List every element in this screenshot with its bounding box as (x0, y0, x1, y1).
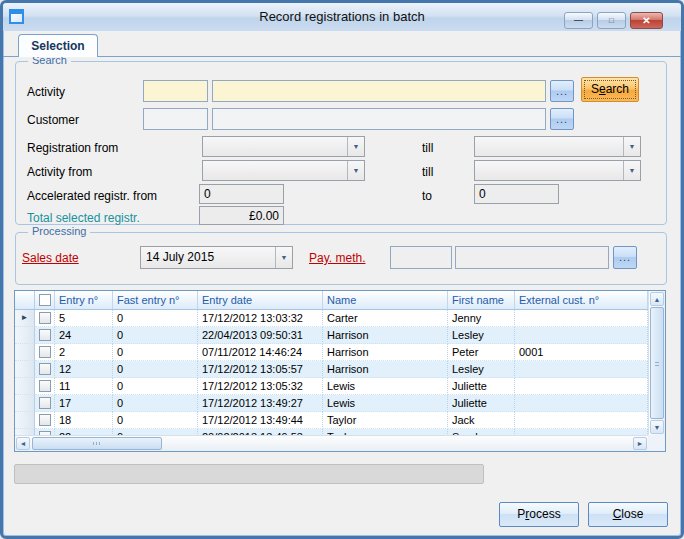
cell-first-name: Jack (448, 412, 515, 429)
table-row[interactable]: 12 0 17/12/2012 13:05:57 Harrison Lesley (15, 361, 648, 378)
tab-selection[interactable]: Selection (18, 34, 98, 57)
activity-till-dropdown[interactable]: ▼ (474, 160, 641, 181)
thumb-grip-icon (655, 360, 659, 366)
scroll-up-icon[interactable]: ▲ (650, 292, 664, 306)
processing-group-legend: Processing (28, 225, 90, 237)
total-selected-value: £0.00 (199, 206, 284, 225)
grid-header-name[interactable]: Name (323, 291, 448, 309)
cell-fast-entry-number: 0 (113, 412, 198, 429)
pay-method-link[interactable]: Pay. meth. (309, 251, 365, 265)
title-bar[interactable]: Record registrations in batch — □ ✕ (3, 3, 681, 31)
grid-header-first-name[interactable]: First name (448, 291, 515, 309)
row-checkbox[interactable] (39, 329, 51, 341)
pay-method-code-input[interactable] (390, 246, 452, 269)
activity-from-value (208, 161, 344, 180)
row-select-cell[interactable] (35, 378, 55, 395)
registrations-grid: Entry n° Fast entry n° Entry date Name F… (14, 290, 666, 452)
table-row[interactable]: 24 0 22/04/2013 09:50:31 Harrison Lesley (15, 327, 648, 344)
row-select-cell[interactable] (35, 361, 55, 378)
table-row[interactable]: 11 0 17/12/2012 13:05:32 Lewis Juliette (15, 378, 648, 395)
maximize-button[interactable]: □ (597, 12, 626, 29)
registration-till-value (480, 137, 620, 156)
grid-header-entry-date[interactable]: Entry date (198, 291, 323, 309)
vertical-scrollbar[interactable]: ▲ ▼ (648, 291, 665, 435)
chevron-down-icon[interactable]: ▼ (623, 161, 640, 180)
activity-from-dropdown[interactable]: ▼ (202, 160, 365, 181)
chevron-down-icon[interactable]: ▼ (275, 247, 292, 268)
sales-date-dropdown[interactable]: 14 July 2015▼ (140, 246, 293, 269)
close-window-button[interactable]: ✕ (630, 12, 663, 29)
row-checkbox[interactable] (39, 312, 51, 324)
row-select-cell[interactable] (35, 395, 55, 412)
scroll-left-icon[interactable]: ◄ (16, 437, 30, 450)
table-row[interactable]: 2 0 07/11/2012 14:46:24 Harrison Peter 0… (15, 344, 648, 361)
thumb-grip-icon (93, 442, 101, 445)
activity-browse-button[interactable]: ... (550, 80, 574, 102)
row-checkbox[interactable] (39, 346, 51, 358)
activity-code-input[interactable] (143, 80, 208, 102)
grid-header-fast-entry[interactable]: Fast entry n° (113, 291, 198, 309)
cell-entry-date: 22/04/2013 09:50:31 (198, 327, 323, 344)
cell-external-cust-number (515, 327, 648, 344)
select-all-checkbox[interactable] (39, 294, 51, 306)
sales-date-value: 14 July 2015 (146, 247, 272, 268)
row-checkbox[interactable] (39, 397, 51, 409)
row-checkbox[interactable] (39, 414, 51, 426)
cell-external-cust-number (515, 378, 648, 395)
cell-fast-entry-number: 0 (113, 327, 198, 344)
cell-entry-number: 24 (55, 327, 113, 344)
activity-till-label: till (422, 165, 433, 179)
accelerated-to-input[interactable]: 0 (474, 184, 559, 204)
row-checkbox[interactable] (39, 380, 51, 392)
cell-first-name: Juliette (448, 378, 515, 395)
accelerated-from-input[interactable]: 0 (199, 184, 284, 204)
minimize-button[interactable]: — (564, 12, 593, 29)
table-row[interactable]: 17 0 17/12/2012 13:49:27 Lewis Juliette (15, 395, 648, 412)
search-button[interactable]: Search (581, 77, 639, 102)
row-select-cell[interactable] (35, 412, 55, 429)
grid-header-external-cust[interactable]: External cust. n° (515, 291, 648, 309)
grid-header-select-all[interactable] (35, 291, 55, 309)
accelerated-from-label: Accelerated registr. from (27, 189, 157, 203)
chevron-down-icon[interactable]: ▼ (623, 137, 640, 156)
cell-name: Lewis (323, 395, 448, 412)
scroll-right-icon[interactable]: ► (633, 437, 647, 450)
activity-name-input[interactable] (212, 80, 546, 102)
chevron-down-icon[interactable]: ▼ (347, 137, 364, 156)
horizontal-scrollbar[interactable]: ◄ ► (15, 435, 648, 451)
row-checkbox[interactable] (39, 363, 51, 375)
pay-method-browse-button[interactable]: ... (613, 246, 637, 269)
cell-fast-entry-number: 0 (113, 361, 198, 378)
cell-fast-entry-number: 0 (113, 344, 198, 361)
process-button[interactable]: Process (499, 502, 579, 527)
row-pointer-icon (15, 378, 35, 395)
customer-name-input[interactable] (212, 108, 546, 130)
scroll-down-icon[interactable]: ▼ (650, 420, 664, 434)
customer-browse-button[interactable]: ... (550, 108, 574, 130)
cell-entry-number: 18 (55, 412, 113, 429)
search-button-accel: e (599, 82, 606, 96)
cell-entry-date: 07/11/2012 14:46:24 (198, 344, 323, 361)
horizontal-scrollbar-thumb[interactable] (32, 437, 162, 450)
cell-name: Carter (323, 310, 448, 327)
table-row[interactable]: ► 5 0 17/12/2012 13:03:32 Carter Jenny (15, 310, 648, 327)
row-select-cell[interactable] (35, 310, 55, 327)
pay-method-name-input[interactable] (455, 246, 609, 269)
close-button[interactable]: Close (588, 502, 668, 527)
cell-first-name: Juliette (448, 395, 515, 412)
cell-external-cust-number: 0001 (515, 344, 648, 361)
registration-from-dropdown[interactable]: ▼ (202, 136, 365, 157)
grid-header-row: Entry n° Fast entry n° Entry date Name F… (15, 291, 648, 310)
cell-first-name: Peter (448, 344, 515, 361)
chevron-down-icon[interactable]: ▼ (347, 161, 364, 180)
grid-header-entry[interactable]: Entry n° (55, 291, 113, 309)
grid-rows: ► 5 0 17/12/2012 13:03:32 Carter Jenny 2… (15, 310, 648, 435)
customer-code-input[interactable] (143, 108, 208, 130)
row-select-cell[interactable] (35, 344, 55, 361)
vertical-scrollbar-thumb[interactable] (650, 307, 664, 419)
sales-date-link[interactable]: Sales date (22, 251, 79, 265)
progress-bar (14, 464, 484, 484)
registration-till-dropdown[interactable]: ▼ (474, 136, 641, 157)
table-row[interactable]: 18 0 17/12/2012 13:49:44 Taylor Jack (15, 412, 648, 429)
row-select-cell[interactable] (35, 327, 55, 344)
